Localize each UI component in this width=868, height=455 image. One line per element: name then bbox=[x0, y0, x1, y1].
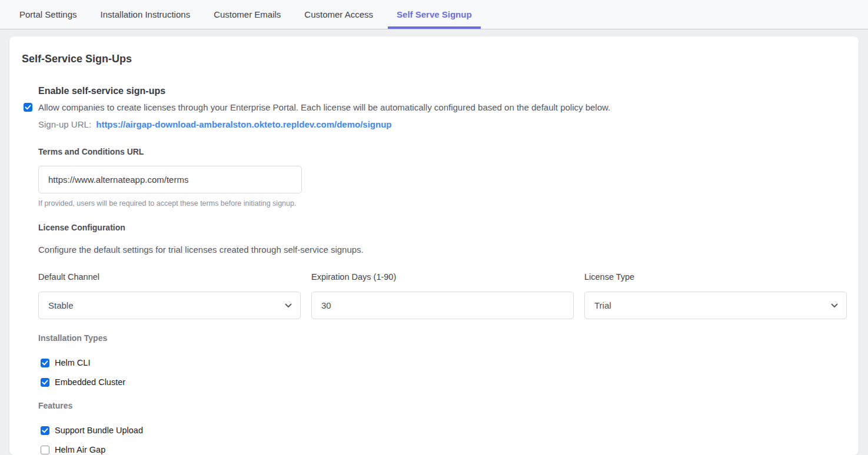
license-configuration-description: Configure the default settings for trial… bbox=[38, 245, 847, 255]
default-channel-label: Default Channel bbox=[38, 272, 301, 282]
default-channel-field: Default Channel Stable bbox=[38, 272, 301, 319]
helm-air-gap-label: Helm Air Gap bbox=[55, 445, 105, 454]
signup-url-label: Sign-up URL: bbox=[38, 119, 91, 129]
expiration-days-field: Expiration Days (1-90) bbox=[311, 272, 574, 319]
tab-customer-emails[interactable]: Customer Emails bbox=[205, 0, 290, 29]
page-title: Self-Service Sign-Ups bbox=[22, 53, 847, 65]
signup-url-row: Sign-up URL: https://airgap-download-amb… bbox=[38, 119, 847, 129]
check-icon bbox=[25, 105, 31, 110]
installation-types-heading: Installation Types bbox=[38, 333, 847, 343]
tab-installation-instructions[interactable]: Installation Instructions bbox=[92, 0, 199, 29]
terms-url-helper-text: If provided, users will be required to a… bbox=[38, 199, 847, 208]
installation-type-row: Helm CLI bbox=[41, 358, 847, 367]
installation-type-row: Embedded Cluster bbox=[41, 377, 847, 387]
helm-cli-label: Helm CLI bbox=[55, 358, 90, 367]
expiration-days-label: Expiration Days (1-90) bbox=[311, 272, 574, 282]
enable-signups-checkbox[interactable] bbox=[24, 103, 32, 112]
embedded-cluster-label: Embedded Cluster bbox=[55, 377, 125, 387]
support-bundle-upload-label: Support Bundle Upload bbox=[55, 426, 143, 435]
enable-signups-heading: Enable self-service sign-ups bbox=[38, 86, 847, 96]
page: Portal Settings Installation Instruction… bbox=[0, 0, 868, 455]
expiration-days-input[interactable] bbox=[311, 292, 574, 319]
signup-settings-form: Terms and Conditions URL If provided, us… bbox=[38, 147, 847, 454]
feature-row: Helm Air Gap bbox=[41, 445, 847, 454]
embedded-cluster-checkbox[interactable] bbox=[41, 378, 49, 387]
default-channel-select[interactable]: Stable bbox=[38, 292, 301, 319]
terms-url-label: Terms and Conditions URL bbox=[38, 147, 847, 156]
tab-bar: Portal Settings Installation Instruction… bbox=[0, 0, 868, 29]
enable-signups-description: Allow companies to create licenses throu… bbox=[38, 103, 610, 112]
license-configuration-heading: License Configuration bbox=[38, 223, 847, 232]
check-icon bbox=[42, 360, 48, 366]
tab-self-serve-signup[interactable]: Self Serve Signup bbox=[388, 0, 481, 29]
license-fields-row: Default Channel Stable Expiration Da bbox=[38, 272, 847, 319]
helm-cli-checkbox[interactable] bbox=[41, 359, 49, 367]
license-type-label: License Type bbox=[584, 272, 847, 282]
terms-url-input[interactable] bbox=[38, 166, 302, 193]
features-heading: Features bbox=[38, 401, 847, 410]
tab-customer-access[interactable]: Customer Access bbox=[295, 0, 382, 29]
check-icon bbox=[42, 380, 48, 385]
feature-row: Support Bundle Upload bbox=[41, 426, 847, 435]
tab-portal-settings[interactable]: Portal Settings bbox=[11, 0, 86, 29]
helm-air-gap-checkbox[interactable] bbox=[41, 446, 49, 454]
license-type-field: License Type Trial bbox=[584, 272, 847, 319]
enable-signups-row: Allow companies to create licenses throu… bbox=[24, 103, 847, 112]
check-icon bbox=[42, 428, 48, 433]
signup-url-link[interactable]: https://airgap-download-amberalston.okte… bbox=[96, 119, 391, 129]
license-type-select[interactable]: Trial bbox=[584, 292, 847, 319]
self-service-card: Self-Service Sign-Ups Enable self-servic… bbox=[9, 36, 859, 455]
support-bundle-upload-checkbox[interactable] bbox=[41, 426, 49, 435]
